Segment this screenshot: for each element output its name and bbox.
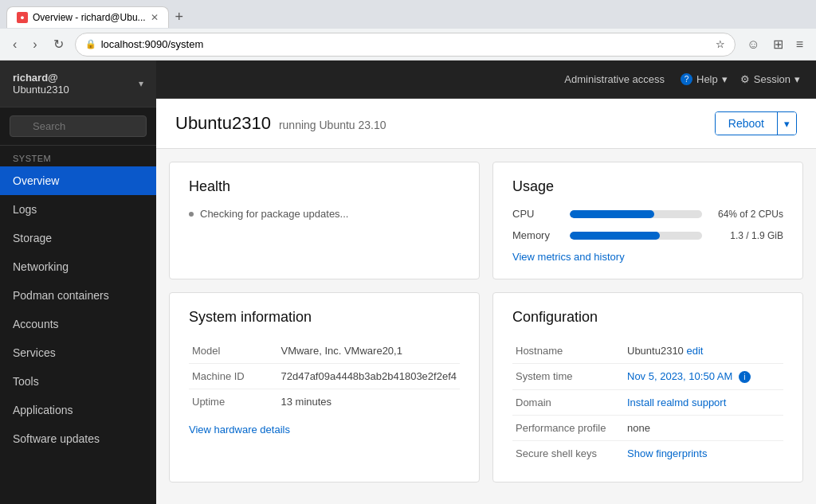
help-item[interactable]: ? Help ▾ (677, 73, 728, 85)
machineid-label: Machine ID (189, 364, 277, 389)
install-realmd-link[interactable]: Install realmd support (627, 397, 726, 408)
domain-label: Domain (512, 390, 624, 416)
cpu-bar (570, 210, 654, 218)
system-time-info-icon[interactable]: i (739, 371, 751, 383)
machineid-value: 72d47af09a4448b3ab2b41803e2f2ef4 (277, 364, 460, 389)
address-input[interactable] (101, 38, 712, 50)
domain-value: Install realmd support (624, 390, 783, 416)
view-metrics-link[interactable]: View metrics and history (512, 251, 783, 263)
tab-label: Overview - richard@Ubu... (33, 12, 146, 23)
table-row: Model VMware, Inc. VMware20,1 (189, 338, 460, 364)
system-info-table: Model VMware, Inc. VMware20,1 Machine ID… (189, 338, 460, 414)
uptime-label: Uptime (189, 389, 277, 415)
reboot-button[interactable]: Reboot (716, 112, 777, 135)
sidebar-item-storage[interactable]: Storage (0, 224, 156, 252)
cpu-usage-row: CPU 64% of 2 CPUs (512, 208, 783, 220)
ssh-label: Secure shell keys (512, 441, 624, 467)
sidebar-user-dropdown-icon: ▾ (139, 78, 143, 89)
search-input[interactable] (10, 115, 147, 137)
sidebar-item-logs[interactable]: Logs (0, 195, 156, 224)
session-item[interactable]: ⚙ Session ▾ (740, 73, 800, 85)
admin-access-item[interactable]: Administrative access (564, 73, 665, 85)
sidebar-item-tools[interactable]: Tools (0, 367, 156, 396)
tab-bar: ● Overview - richard@Ubu... ✕ + (0, 0, 816, 29)
system-info-card: System information Model VMware, Inc. VM… (169, 292, 480, 483)
bookmark-icon[interactable]: ☆ (716, 38, 725, 50)
reboot-dropdown-button[interactable]: ▾ (777, 112, 796, 135)
reboot-button-group: Reboot ▾ (715, 111, 797, 135)
configuration-table: Hostname Ubuntu2310 edit System time Nov… (512, 338, 783, 466)
extensions-button[interactable]: ⊞ (768, 33, 788, 55)
app-wrapper: richard@ Ubuntu2310 ▾ 🔍 System Overview … (0, 61, 816, 504)
edit-hostname-link[interactable]: edit (686, 345, 703, 357)
view-hardware-link[interactable]: View hardware details (189, 424, 460, 436)
cpu-value: 64% of 2 CPUs (712, 209, 783, 220)
sidebar-section-system: System (0, 146, 156, 166)
sidebar-item-applications[interactable]: Applications (0, 396, 156, 424)
cpu-label: CPU (512, 208, 560, 220)
topbar: Administrative access ? Help ▾ ⚙ Session… (156, 61, 816, 99)
system-info-title: System information (189, 309, 460, 326)
sidebar-item-podman[interactable]: Podman containers (0, 281, 156, 310)
sidebar-search-area: 🔍 (0, 107, 156, 146)
content-grid: Health Checking for package updates... U… (156, 149, 816, 495)
table-row: Secure shell keys Show fingerprints (512, 441, 783, 467)
system-time-link[interactable]: Nov 5, 2023, 10:50 AM (627, 370, 732, 382)
sidebar-item-software-updates[interactable]: Software updates (0, 424, 156, 453)
memory-bar-wrap (570, 232, 702, 240)
new-tab-button[interactable]: + (169, 9, 190, 25)
health-card: Health Checking for package updates... (169, 162, 480, 279)
browser-toolbar-right: ☺ ⊞ ≡ (742, 33, 808, 55)
forward-button[interactable]: › (28, 34, 41, 55)
sidebar-username: richard@ (13, 72, 69, 84)
session-label: Session (754, 73, 790, 85)
lock-icon: 🔒 (85, 39, 96, 49)
memory-bar (570, 232, 660, 240)
systemtime-label: System time (512, 364, 624, 390)
memory-usage-row: Memory 1.3 / 1.9 GiB (512, 229, 783, 241)
hostname-label: Hostname (512, 338, 624, 364)
page-header: Ubuntu2310 running Ubuntu 23.10 Reboot ▾ (156, 99, 816, 149)
model-label: Model (189, 338, 277, 364)
table-row: Domain Install realmd support (512, 390, 783, 416)
table-row: Hostname Ubuntu2310 edit (512, 338, 783, 364)
sidebar-item-networking[interactable]: Networking (0, 252, 156, 281)
table-row: System time Nov 5, 2023, 10:50 AM i (512, 364, 783, 390)
profile-button[interactable]: ☺ (742, 33, 764, 55)
tab-close-button[interactable]: ✕ (151, 12, 159, 23)
show-fingerprints-link[interactable]: Show fingerprints (627, 447, 707, 459)
performance-label: Performance profile (512, 416, 624, 441)
health-status-item: Checking for package updates... (189, 208, 460, 220)
model-value: VMware, Inc. VMware20,1 (277, 338, 460, 364)
sidebar-item-accounts[interactable]: Accounts (0, 310, 156, 338)
admin-access-label: Administrative access (564, 73, 665, 85)
memory-value: 1.3 / 1.9 GiB (712, 230, 783, 241)
help-dropdown-icon: ▾ (722, 73, 728, 85)
menu-button[interactable]: ≡ (791, 33, 808, 55)
search-wrapper: 🔍 (10, 115, 147, 137)
configuration-card: Configuration Hostname Ubuntu2310 edit S… (492, 292, 803, 483)
ssh-value: Show fingerprints (624, 441, 783, 467)
memory-label: Memory (512, 229, 560, 241)
sidebar-item-services[interactable]: Services (0, 338, 156, 367)
tab-favicon: ● (17, 12, 28, 23)
address-bar[interactable]: 🔒 ☆ (75, 33, 736, 57)
sidebar-hostname: Ubuntu2310 (13, 84, 69, 96)
systemtime-value: Nov 5, 2023, 10:50 AM i (624, 364, 783, 390)
page-title-area: Ubuntu2310 running Ubuntu 23.10 (175, 113, 386, 134)
cpu-bar-wrap (570, 210, 702, 218)
performance-value: none (624, 416, 783, 441)
sidebar-item-overview[interactable]: Overview (0, 166, 156, 195)
table-row: Performance profile none (512, 416, 783, 441)
active-tab[interactable]: ● Overview - richard@Ubu... ✕ (6, 6, 169, 28)
help-icon: ? (681, 73, 692, 85)
page-title: Ubuntu2310 (175, 113, 271, 134)
uptime-value: 13 minutes (277, 389, 460, 415)
configuration-title: Configuration (512, 309, 783, 326)
usage-title: Usage (512, 178, 783, 195)
browser-chrome: ● Overview - richard@Ubu... ✕ + ‹ › ↻ 🔒 … (0, 0, 816, 61)
back-button[interactable]: ‹ (8, 34, 22, 55)
refresh-button[interactable]: ↻ (49, 33, 69, 55)
usage-card: Usage CPU 64% of 2 CPUs Memory 1.3 / 1.9… (492, 162, 803, 279)
sidebar-user[interactable]: richard@ Ubuntu2310 ▾ (0, 61, 156, 107)
